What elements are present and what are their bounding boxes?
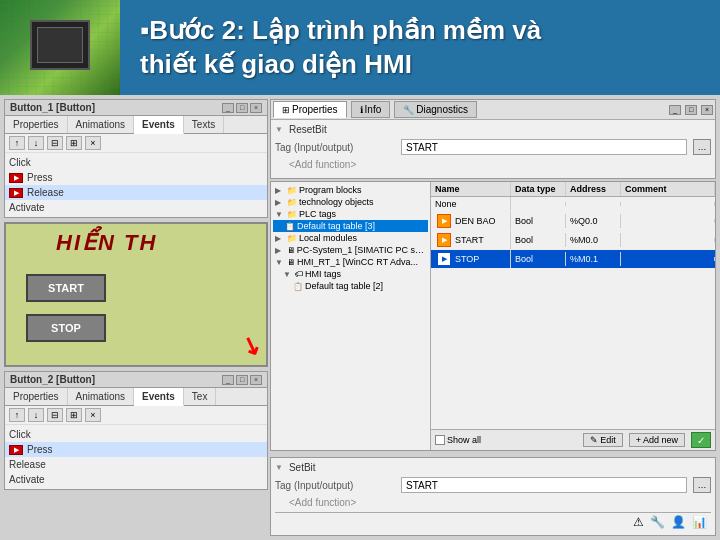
tree-item-pc-system[interactable]: ▶ 🖥 PC-System_1 [SIMATIC PC sta... bbox=[273, 244, 428, 256]
tree-item-plc-tags[interactable]: ▼ 📁 PLC tags bbox=[273, 208, 428, 220]
tag-type-stop: Bool bbox=[511, 252, 566, 266]
top-window-titlebar: Button_1 [Button] _ □ × bbox=[5, 100, 267, 116]
bottom-event-press[interactable]: ▶ Press bbox=[5, 442, 267, 457]
tree-item-program-blocks[interactable]: ▶ 📁 Program blocks bbox=[273, 184, 428, 196]
edit-btn[interactable]: ✎ Edit bbox=[583, 433, 623, 447]
bottom-maximize-btn[interactable]: □ bbox=[236, 375, 248, 385]
main-content: Button_1 [Button] _ □ × Properties Anima… bbox=[0, 95, 720, 540]
setbit-content: ▼ SetBit Tag (Input/output) START … <Add… bbox=[271, 458, 715, 535]
header-text-area: ▪Bước 2: Lập trình phần mềm và thiết kế … bbox=[120, 0, 720, 95]
tag-row-none[interactable]: None bbox=[431, 197, 715, 212]
bottom-event-click[interactable]: Click bbox=[5, 427, 267, 442]
tree-item-local-modules[interactable]: ▶ 📁 Local modules bbox=[273, 232, 428, 244]
tree-item-hmi-tags[interactable]: ▼ 🏷 HMI tags bbox=[273, 268, 428, 280]
prop-panel-close[interactable]: × bbox=[701, 105, 713, 115]
tag-row-denbao[interactable]: ▶ DEN BAO Bool %Q0.0 bbox=[431, 212, 715, 231]
properties-tab-icon: ⊞ bbox=[282, 105, 290, 115]
user-icon: 👤 bbox=[671, 515, 686, 529]
expand-icon: ▼ bbox=[275, 258, 285, 267]
setbit-add-function-row[interactable]: <Add function> bbox=[275, 497, 711, 508]
col-address: Address bbox=[566, 182, 621, 196]
move-down-btn[interactable]: ↓ bbox=[28, 136, 44, 150]
tab-texts[interactable]: Texts bbox=[184, 116, 224, 133]
bottom-move-down-btn[interactable]: ↓ bbox=[28, 408, 44, 422]
hmi-icon: 🖥 bbox=[287, 258, 295, 267]
expand-triangle: ▼ bbox=[275, 463, 283, 472]
tag-row-stop[interactable]: ▶ STOP Bool %M0.1 bbox=[431, 250, 715, 269]
events-list: Click ▶ Press ▶ Release Activate bbox=[5, 153, 267, 217]
tag-name-start: ▶ START bbox=[431, 231, 511, 249]
expand-btn[interactable]: ⊞ bbox=[66, 136, 82, 150]
bottom-tab-animations[interactable]: Animations bbox=[68, 388, 134, 405]
tag-value-box[interactable]: START bbox=[401, 139, 687, 155]
bottom-minimize-btn[interactable]: _ bbox=[222, 375, 234, 385]
setbit-browse-btn[interactable]: … bbox=[693, 477, 711, 493]
folder-icon: 📁 bbox=[287, 234, 297, 243]
tree-item-technology[interactable]: ▶ 📁 technology objects bbox=[273, 196, 428, 208]
tag-addr-denbao: %Q0.0 bbox=[566, 214, 621, 228]
prop-tab-info[interactable]: ℹ Info bbox=[351, 101, 391, 118]
col-datatype: Data type bbox=[511, 182, 566, 196]
event-press[interactable]: ▶ Press bbox=[5, 170, 267, 185]
event-release[interactable]: ▶ Release bbox=[5, 185, 267, 200]
show-all-checkbox[interactable]: Show all bbox=[435, 435, 481, 445]
tag-type-start: Bool bbox=[511, 233, 566, 247]
prop-panel-maximize[interactable]: □ bbox=[685, 105, 697, 115]
add-function-row[interactable]: <Add function> bbox=[275, 159, 711, 170]
add-new-btn[interactable]: + Add new bbox=[629, 433, 685, 447]
bottom-window-titlebar: Button_2 [Button] _ □ × bbox=[5, 372, 267, 388]
bottom-close-btn[interactable]: × bbox=[250, 375, 262, 385]
bottom-delete-btn[interactable]: × bbox=[85, 408, 101, 422]
expand-icon: ▶ bbox=[275, 246, 285, 255]
setbit-tag-value[interactable]: START bbox=[401, 477, 687, 493]
folder-icon: 📁 bbox=[287, 210, 297, 219]
bottom-expand-btn[interactable]: ⊞ bbox=[66, 408, 82, 422]
bottom-tab-events[interactable]: Events bbox=[134, 388, 184, 406]
prop-panel-minimize[interactable]: _ bbox=[669, 105, 681, 115]
confirm-btn[interactable]: ✓ bbox=[691, 432, 711, 448]
tree-item-default-tag[interactable]: 📋 Default tag table [3] bbox=[273, 220, 428, 232]
prop-tab-properties[interactable]: ⊞ Properties bbox=[273, 101, 347, 118]
tab-animations[interactable]: Animations bbox=[68, 116, 134, 133]
minimize-btn[interactable]: _ bbox=[222, 103, 234, 113]
checkbox-box[interactable] bbox=[435, 435, 445, 445]
prop-content: ▼ ResetBit Tag (Input/output) START … <A… bbox=[271, 120, 715, 178]
bottom-event-activate[interactable]: Activate bbox=[5, 472, 267, 487]
tab-events[interactable]: Events bbox=[134, 116, 184, 134]
tree-item-hmi-rt[interactable]: ▼ 🖥 HMI_RT_1 [WinCC RT Adva... bbox=[273, 256, 428, 268]
move-up-btn[interactable]: ↑ bbox=[9, 136, 25, 150]
top-tabs-row: Properties Animations Events Texts bbox=[5, 116, 267, 134]
tag-table-header: Name Data type Address Comment bbox=[431, 182, 715, 197]
bottom-window-title: Button_2 [Button] bbox=[10, 374, 95, 385]
setbit-add-function: <Add function> bbox=[289, 497, 356, 508]
collapse-btn[interactable]: ⊟ bbox=[47, 136, 63, 150]
bottom-move-up-btn[interactable]: ↑ bbox=[9, 408, 25, 422]
bottom-collapse-btn[interactable]: ⊟ bbox=[47, 408, 63, 422]
bottom-tab-properties[interactable]: Properties bbox=[5, 388, 68, 405]
tag-name-denbao: ▶ DEN BAO bbox=[431, 212, 511, 230]
event-activate[interactable]: Activate bbox=[5, 200, 267, 215]
top-window-title: Button_1 [Button] bbox=[10, 102, 95, 113]
tag-row-start[interactable]: ▶ START Bool %M0.0 bbox=[431, 231, 715, 250]
prop-tab-diagnostics[interactable]: 🔧 Diagnostics bbox=[394, 101, 477, 118]
chip-icon bbox=[30, 20, 90, 70]
tab-properties[interactable]: Properties bbox=[5, 116, 68, 133]
bottom-events-list: Click ▶ Press Release Activate bbox=[5, 425, 267, 489]
tool-icon: 🔧 bbox=[650, 515, 665, 529]
tag-browse-btn[interactable]: … bbox=[693, 139, 711, 155]
bottom-event-release[interactable]: Release bbox=[5, 457, 267, 472]
diag-tab-icon: 🔧 bbox=[403, 105, 414, 115]
hmi-stop-button[interactable]: STOP bbox=[26, 314, 106, 342]
hmi-start-button[interactable]: START bbox=[26, 274, 106, 302]
tag-comment-start bbox=[621, 238, 715, 242]
close-btn[interactable]: × bbox=[250, 103, 262, 113]
tag-label: Tag (Input/output) bbox=[275, 142, 395, 153]
bottom-press-icon: ▶ bbox=[9, 445, 23, 455]
folder-icon: 📁 bbox=[287, 186, 297, 195]
maximize-btn[interactable]: □ bbox=[236, 103, 248, 113]
page-title: ▪Bước 2: Lập trình phần mềm và thiết kế … bbox=[140, 14, 541, 82]
bottom-tab-tex[interactable]: Tex bbox=[184, 388, 217, 405]
event-click[interactable]: Click bbox=[5, 155, 267, 170]
tree-item-default-tag-2[interactable]: 📋 Default tag table [2] bbox=[273, 280, 428, 292]
delete-event-btn[interactable]: × bbox=[85, 136, 101, 150]
